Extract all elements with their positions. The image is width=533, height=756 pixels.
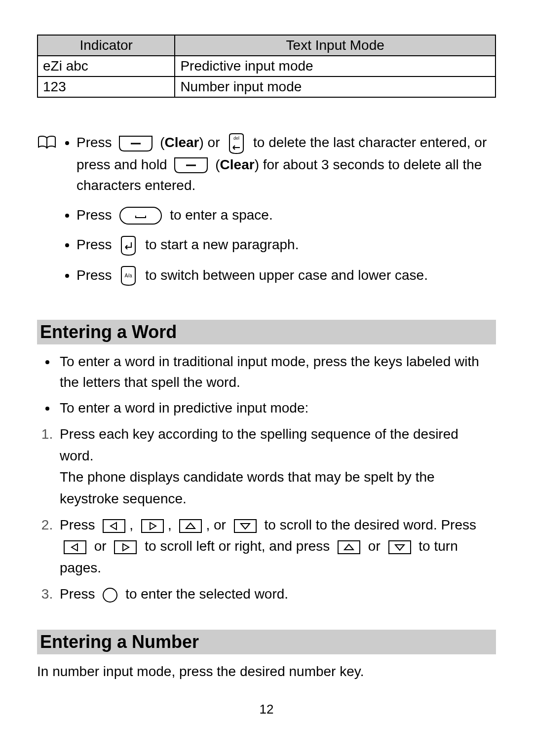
arrow-up-key-icon bbox=[337, 539, 361, 555]
text: to switch between upper case and lower c… bbox=[145, 267, 428, 283]
arrow-up-key-icon bbox=[178, 518, 203, 534]
svg-point-6 bbox=[103, 588, 117, 602]
list-item: To enter a word in traditional input mod… bbox=[57, 351, 496, 393]
cell-mode: Predictive input mode bbox=[175, 56, 495, 76]
text-bold: Clear bbox=[220, 157, 255, 172]
text: The phone displays candidate words that … bbox=[60, 469, 435, 506]
table-header-indicator: Indicator bbox=[38, 35, 175, 56]
input-mode-table: Indicator Text Input Mode eZi abc Predic… bbox=[37, 35, 496, 98]
text: to enter a space. bbox=[170, 207, 273, 223]
list-item: Press to enter the selected word. bbox=[57, 583, 496, 605]
text: ) or bbox=[199, 135, 224, 150]
svg-text:del: del bbox=[233, 136, 239, 141]
note-item: Press A/a to switch between upper case a… bbox=[76, 265, 496, 287]
text: Press bbox=[76, 267, 115, 283]
book-icon bbox=[37, 132, 62, 295]
svg-text:A/a: A/a bbox=[125, 273, 132, 278]
text: or bbox=[368, 538, 384, 554]
arrow-down-key-icon bbox=[387, 539, 412, 555]
page-number: 12 bbox=[37, 702, 496, 717]
page: Indicator Text Input Mode eZi abc Predic… bbox=[0, 0, 533, 756]
text: , bbox=[168, 517, 176, 532]
text: Press bbox=[60, 586, 99, 602]
text: to scroll to the desired word. Press bbox=[265, 517, 477, 532]
list-item: Press each key according to the spelling… bbox=[57, 423, 496, 509]
note-content: Press (Clear) or del bbox=[62, 132, 496, 295]
softkey-clear-icon bbox=[174, 157, 208, 174]
enter-key-icon bbox=[118, 235, 138, 256]
text: or bbox=[94, 538, 111, 554]
text: to scroll left or right, and press bbox=[145, 538, 334, 554]
arrow-right-key-icon bbox=[140, 518, 165, 534]
list-item: To enter a word in predictive input mode… bbox=[57, 398, 496, 418]
table-header-mode: Text Input Mode bbox=[175, 35, 495, 56]
text: Press bbox=[60, 517, 99, 532]
text: Press bbox=[76, 135, 115, 150]
note-item: Press to enter a space. bbox=[76, 205, 496, 226]
del-key-icon: del bbox=[227, 133, 246, 154]
arrow-down-key-icon bbox=[233, 518, 258, 534]
space-key-icon bbox=[118, 206, 163, 226]
text-bold: Clear bbox=[164, 135, 199, 150]
text: Press each key according to the spelling… bbox=[60, 426, 458, 463]
table-row: eZi abc Predictive input mode bbox=[38, 56, 495, 76]
list-item: Press , , , or bbox=[57, 514, 496, 578]
text: , or bbox=[206, 517, 229, 532]
cell-indicator: eZi abc bbox=[38, 56, 175, 76]
heading-entering-number: Entering a Number bbox=[37, 630, 496, 654]
text: to enter the selected word. bbox=[125, 586, 288, 602]
table-row: 123 Number input mode bbox=[38, 76, 495, 97]
arrow-left-key-icon bbox=[102, 518, 126, 534]
text: Press bbox=[76, 237, 115, 252]
note-item: Press to start a new paragraph. bbox=[76, 234, 496, 256]
entering-word-bullets: To enter a word in traditional input mod… bbox=[37, 351, 496, 418]
cell-mode: Number input mode bbox=[175, 76, 495, 97]
cell-indicator: 123 bbox=[38, 76, 175, 97]
heading-entering-word: Entering a Word bbox=[37, 320, 496, 344]
arrow-left-key-icon bbox=[63, 539, 87, 555]
case-key-icon: A/a bbox=[118, 265, 138, 286]
arrow-right-key-icon bbox=[113, 539, 138, 555]
text: to start a new paragraph. bbox=[145, 237, 299, 252]
svg-rect-4 bbox=[120, 207, 161, 224]
text: Press bbox=[76, 207, 115, 223]
ok-key-icon bbox=[102, 587, 118, 604]
softkey-clear-icon bbox=[118, 135, 153, 152]
text: , bbox=[129, 517, 137, 532]
note-item: Press (Clear) or del bbox=[76, 132, 496, 196]
text: ( bbox=[215, 157, 220, 172]
entering-number-body: In number input mode, press the desired … bbox=[37, 661, 496, 682]
note-block: Press (Clear) or del bbox=[37, 132, 496, 295]
entering-word-steps: Press each key according to the spelling… bbox=[37, 423, 496, 605]
